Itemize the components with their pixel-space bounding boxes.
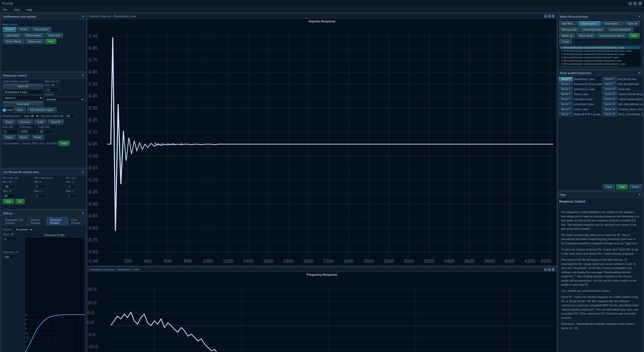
undo-btn[interactable]: Undo [34,120,46,125]
sector-6-btn[interactable]: Sector 6 [559,107,573,111]
save-ir-btn[interactable]: Save IR [48,120,63,125]
sector-select[interactable]: Sector 0 Sector 1 [3,95,43,100]
detect-btn[interactable]: Detect [3,27,16,32]
sector-4-btn[interactable]: Sector 4 [559,97,573,101]
loaded-help-btn[interactable]: Help [616,184,628,189]
loaded-responses-close[interactable]: ✕ [638,71,641,75]
batch-close-btn[interactable]: Close [559,39,572,44]
grid-checkbox[interactable] [3,108,6,112]
shaping-select[interactable]: Smooth [44,97,85,102]
sector-1-btn[interactable]: Sector 1 [559,82,573,86]
set-fr-help-btn[interactable]: Help [3,199,14,204]
batch-item[interactable]: C:\Prosody\Impulse responses\Guitars\Gua… [560,59,640,62]
frequency-window-btns[interactable]: − □ ✕ [544,268,555,271]
sector-14-btn[interactable]: Sector 14 [602,107,618,111]
sector-11-btn[interactable]: Sector 11 [602,92,618,96]
sector-8-btn[interactable]: Sector 8 [602,77,616,81]
download-batch-btn[interactable]: Download batch [580,27,606,32]
gain-db2-field[interactable] [3,129,18,134]
sector-10-btn[interactable]: Sector 10 [602,87,618,91]
sector-9-btn[interactable]: Sector 9 [602,82,616,86]
boost-field[interactable] [3,237,18,241]
status-sync-btn[interactable]: Status/Sync [31,27,52,32]
loaded-clear-btn[interactable]: Clear [603,184,615,189]
spectrum-offset-field[interactable] [65,114,75,118]
download-btn[interactable]: Download [3,101,43,106]
sector-0-btn[interactable]: Sector 0 [559,77,573,81]
batch-item[interactable]: C:\Prosody\Impulse responses\Violins\Joh… [560,53,640,56]
open-ir-btn[interactable]: Open IR [3,84,43,89]
cancel-download-btn[interactable]: Cancel download [607,27,633,32]
freq-minimize-btn[interactable]: − [544,268,547,271]
remove-file-btn[interactable]: Remove file [559,27,579,32]
effects-close[interactable]: ✕ [82,212,84,215]
reset-fade-rate-btn[interactable]: Reset [31,135,44,140]
load-batch-btn[interactable]: Load batch [3,33,22,38]
restore-btn[interactable]: □ [633,2,637,5]
show-loaded-btn[interactable]: Show loaded [23,33,45,38]
tab-reverb[interactable]: Reverb Presets [28,217,47,225]
reset-fade-from-btn[interactable]: Reset [17,135,30,140]
move-down-btn[interactable]: Move down [576,33,596,38]
sector-15-btn[interactable]: Sector 15 [602,112,618,116]
clear-all-btn[interactable]: Clear all [625,21,640,26]
show-effects-btn[interactable]: Show effects [3,39,24,44]
tab-parametric-eq[interactable]: Parametric EQ Presets [2,217,27,225]
unzoom-btn[interactable]: Unzoom [17,120,33,125]
eq-selected-btn[interactable]: EQ selected region [27,107,57,112]
download-all-btn[interactable]: Download all effects [597,33,627,38]
fade-rate-field[interactable] [38,129,54,134]
ir-max-input[interactable] [66,193,76,198]
save-batch-btn[interactable]: Save batch... [602,21,623,26]
reset-btn[interactable]: Reset [17,27,30,32]
batch-item[interactable]: C:\Prosody\Impulse responses\Guitars\Joh… [560,62,640,66]
fr-db-min-input[interactable] [3,184,15,189]
batch-item[interactable]: C:\Prosody\Impulse responses\Violins\Ton… [560,56,640,59]
zoom-btn[interactable]: Zoom [3,120,15,125]
freq-plot-select[interactable]: Log / dB [22,113,39,119]
menu-help[interactable]: Help [25,8,34,12]
clear-info-btn[interactable]: Clear info [46,33,63,38]
batch-help-btn[interactable]: Help [628,33,640,38]
close-btn[interactable]: ✕ [638,2,642,5]
sector-12-btn[interactable]: Sector 12 [602,97,618,101]
freq-close-btn[interactable]: ✕ [552,268,555,271]
move-up-btn[interactable]: Move up [559,33,575,38]
help-btn-notif[interactable]: Help [45,39,57,44]
help-panel-close[interactable]: ✕ [638,193,641,197]
minimize-btn[interactable]: − [628,2,632,5]
preset-select[interactable]: No preset [14,227,33,232]
filename-field[interactable] [3,90,43,94]
tab-distortion[interactable]: Distortion Presets [47,217,68,225]
show-axes-btn[interactable]: Show axes [25,39,44,44]
add-files-btn[interactable]: Add files... [559,21,578,26]
batch-close[interactable]: ✕ [638,15,641,18]
batch-item[interactable]: C:\Prosody\Impulse responses\Violins\Str… [560,46,640,49]
saturation-field[interactable] [3,255,18,259]
fr-lin-min-input[interactable] [34,184,47,189]
freq-restore-btn[interactable]: □ [548,268,551,271]
fr-db-max-input[interactable] [3,193,15,198]
batch-item[interactable]: C:\Prosody\Impulse responses\Guitars\mar… [560,66,640,67]
menu-view[interactable]: View [13,8,22,12]
reset-gain-btn[interactable]: Reset [3,135,16,140]
response-control-close[interactable]: ✕ [82,74,84,77]
loaded-close-btn[interactable]: Close [629,184,642,189]
set-fr-ok-btn[interactable]: Ok [16,199,25,204]
gain-field[interactable] [44,88,59,92]
clear-eq-btn[interactable]: Clear [14,107,26,112]
set-fr-close[interactable]: ✕ [82,170,84,174]
impulse-minimize-btn[interactable]: − [544,15,547,18]
ir-min-input[interactable] [66,184,76,189]
batch-file-list[interactable]: C:\Prosody\Impulse responses\Violins\Str… [559,45,641,67]
sector-5-btn[interactable]: Sector 5 [559,102,573,106]
sector-7-btn[interactable]: Sector 7 [559,112,573,116]
menu-file[interactable]: File [2,8,9,12]
impulse-close-btn[interactable]: ✕ [552,15,555,18]
rc-help-btn[interactable]: Help [58,141,70,146]
sector-13-btn[interactable]: Sector 13 [602,102,618,106]
window-controls[interactable]: − □ ✕ [628,2,642,5]
fade-from-field[interactable] [19,129,37,134]
open-batch-btn[interactable]: Open batch... [579,21,601,26]
sector-2-btn[interactable]: Sector 2 [559,87,573,91]
